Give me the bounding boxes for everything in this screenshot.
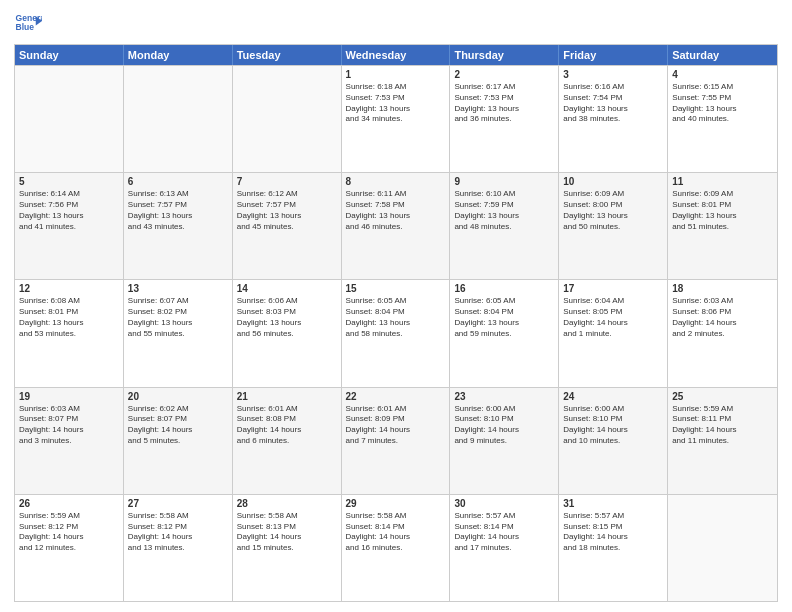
day-number: 14 <box>237 283 337 294</box>
day-number: 26 <box>19 498 119 509</box>
day-cell-29: 29Sunrise: 5:58 AM Sunset: 8:14 PM Dayli… <box>342 495 451 601</box>
empty-cell <box>233 66 342 172</box>
day-cell-12: 12Sunrise: 6:08 AM Sunset: 8:01 PM Dayli… <box>15 280 124 386</box>
calendar-row: 26Sunrise: 5:59 AM Sunset: 8:12 PM Dayli… <box>15 494 777 601</box>
day-info: Sunrise: 5:57 AM Sunset: 8:14 PM Dayligh… <box>454 511 554 554</box>
day-number: 31 <box>563 498 663 509</box>
day-number: 21 <box>237 391 337 402</box>
day-number: 24 <box>563 391 663 402</box>
day-info: Sunrise: 5:59 AM Sunset: 8:12 PM Dayligh… <box>19 511 119 554</box>
header-cell-wednesday: Wednesday <box>342 45 451 65</box>
calendar-body: 1Sunrise: 6:18 AM Sunset: 7:53 PM Daylig… <box>15 65 777 601</box>
day-info: Sunrise: 5:58 AM Sunset: 8:13 PM Dayligh… <box>237 511 337 554</box>
day-number: 5 <box>19 176 119 187</box>
header-cell-saturday: Saturday <box>668 45 777 65</box>
day-number: 30 <box>454 498 554 509</box>
day-number: 27 <box>128 498 228 509</box>
day-info: Sunrise: 6:14 AM Sunset: 7:56 PM Dayligh… <box>19 189 119 232</box>
day-info: Sunrise: 6:18 AM Sunset: 7:53 PM Dayligh… <box>346 82 446 125</box>
day-number: 18 <box>672 283 773 294</box>
day-cell-16: 16Sunrise: 6:05 AM Sunset: 8:04 PM Dayli… <box>450 280 559 386</box>
day-info: Sunrise: 6:10 AM Sunset: 7:59 PM Dayligh… <box>454 189 554 232</box>
day-cell-13: 13Sunrise: 6:07 AM Sunset: 8:02 PM Dayli… <box>124 280 233 386</box>
day-info: Sunrise: 6:05 AM Sunset: 8:04 PM Dayligh… <box>454 296 554 339</box>
day-cell-21: 21Sunrise: 6:01 AM Sunset: 8:08 PM Dayli… <box>233 388 342 494</box>
page-header: General Blue <box>14 10 778 38</box>
day-info: Sunrise: 6:17 AM Sunset: 7:53 PM Dayligh… <box>454 82 554 125</box>
day-cell-3: 3Sunrise: 6:16 AM Sunset: 7:54 PM Daylig… <box>559 66 668 172</box>
calendar-row: 1Sunrise: 6:18 AM Sunset: 7:53 PM Daylig… <box>15 65 777 172</box>
day-info: Sunrise: 6:13 AM Sunset: 7:57 PM Dayligh… <box>128 189 228 232</box>
day-info: Sunrise: 5:59 AM Sunset: 8:11 PM Dayligh… <box>672 404 773 447</box>
calendar-row: 19Sunrise: 6:03 AM Sunset: 8:07 PM Dayli… <box>15 387 777 494</box>
day-cell-27: 27Sunrise: 5:58 AM Sunset: 8:12 PM Dayli… <box>124 495 233 601</box>
day-info: Sunrise: 6:08 AM Sunset: 8:01 PM Dayligh… <box>19 296 119 339</box>
day-number: 28 <box>237 498 337 509</box>
logo-icon: General Blue <box>14 10 42 38</box>
day-cell-6: 6Sunrise: 6:13 AM Sunset: 7:57 PM Daylig… <box>124 173 233 279</box>
calendar-row: 12Sunrise: 6:08 AM Sunset: 8:01 PM Dayli… <box>15 279 777 386</box>
day-cell-14: 14Sunrise: 6:06 AM Sunset: 8:03 PM Dayli… <box>233 280 342 386</box>
day-number: 8 <box>346 176 446 187</box>
day-number: 9 <box>454 176 554 187</box>
empty-cell <box>15 66 124 172</box>
calendar-row: 5Sunrise: 6:14 AM Sunset: 7:56 PM Daylig… <box>15 172 777 279</box>
day-cell-10: 10Sunrise: 6:09 AM Sunset: 8:00 PM Dayli… <box>559 173 668 279</box>
day-info: Sunrise: 5:58 AM Sunset: 8:12 PM Dayligh… <box>128 511 228 554</box>
day-number: 6 <box>128 176 228 187</box>
empty-cell <box>668 495 777 601</box>
day-cell-25: 25Sunrise: 5:59 AM Sunset: 8:11 PM Dayli… <box>668 388 777 494</box>
day-cell-26: 26Sunrise: 5:59 AM Sunset: 8:12 PM Dayli… <box>15 495 124 601</box>
day-info: Sunrise: 5:58 AM Sunset: 8:14 PM Dayligh… <box>346 511 446 554</box>
day-number: 12 <box>19 283 119 294</box>
calendar-container: General Blue SundayMondayTuesdayWednesda… <box>0 0 792 612</box>
header-cell-sunday: Sunday <box>15 45 124 65</box>
day-number: 3 <box>563 69 663 80</box>
day-number: 16 <box>454 283 554 294</box>
day-info: Sunrise: 6:09 AM Sunset: 8:00 PM Dayligh… <box>563 189 663 232</box>
header-cell-friday: Friday <box>559 45 668 65</box>
day-cell-24: 24Sunrise: 6:00 AM Sunset: 8:10 PM Dayli… <box>559 388 668 494</box>
calendar-header: SundayMondayTuesdayWednesdayThursdayFrid… <box>15 45 777 65</box>
day-cell-15: 15Sunrise: 6:05 AM Sunset: 8:04 PM Dayli… <box>342 280 451 386</box>
day-number: 22 <box>346 391 446 402</box>
day-number: 2 <box>454 69 554 80</box>
svg-text:Blue: Blue <box>16 22 35 32</box>
day-info: Sunrise: 6:11 AM Sunset: 7:58 PM Dayligh… <box>346 189 446 232</box>
day-cell-19: 19Sunrise: 6:03 AM Sunset: 8:07 PM Dayli… <box>15 388 124 494</box>
day-cell-1: 1Sunrise: 6:18 AM Sunset: 7:53 PM Daylig… <box>342 66 451 172</box>
day-number: 19 <box>19 391 119 402</box>
header-cell-thursday: Thursday <box>450 45 559 65</box>
day-info: Sunrise: 6:15 AM Sunset: 7:55 PM Dayligh… <box>672 82 773 125</box>
day-cell-7: 7Sunrise: 6:12 AM Sunset: 7:57 PM Daylig… <box>233 173 342 279</box>
day-number: 13 <box>128 283 228 294</box>
day-number: 23 <box>454 391 554 402</box>
day-info: Sunrise: 6:05 AM Sunset: 8:04 PM Dayligh… <box>346 296 446 339</box>
day-number: 20 <box>128 391 228 402</box>
header-cell-tuesday: Tuesday <box>233 45 342 65</box>
day-info: Sunrise: 6:03 AM Sunset: 8:07 PM Dayligh… <box>19 404 119 447</box>
day-number: 4 <box>672 69 773 80</box>
day-info: Sunrise: 6:04 AM Sunset: 8:05 PM Dayligh… <box>563 296 663 339</box>
day-cell-5: 5Sunrise: 6:14 AM Sunset: 7:56 PM Daylig… <box>15 173 124 279</box>
day-info: Sunrise: 6:16 AM Sunset: 7:54 PM Dayligh… <box>563 82 663 125</box>
day-number: 7 <box>237 176 337 187</box>
day-cell-30: 30Sunrise: 5:57 AM Sunset: 8:14 PM Dayli… <box>450 495 559 601</box>
day-info: Sunrise: 6:01 AM Sunset: 8:09 PM Dayligh… <box>346 404 446 447</box>
day-info: Sunrise: 6:00 AM Sunset: 8:10 PM Dayligh… <box>563 404 663 447</box>
day-info: Sunrise: 6:02 AM Sunset: 8:07 PM Dayligh… <box>128 404 228 447</box>
day-cell-31: 31Sunrise: 5:57 AM Sunset: 8:15 PM Dayli… <box>559 495 668 601</box>
day-cell-4: 4Sunrise: 6:15 AM Sunset: 7:55 PM Daylig… <box>668 66 777 172</box>
day-info: Sunrise: 6:12 AM Sunset: 7:57 PM Dayligh… <box>237 189 337 232</box>
day-info: Sunrise: 6:09 AM Sunset: 8:01 PM Dayligh… <box>672 189 773 232</box>
day-number: 15 <box>346 283 446 294</box>
day-info: Sunrise: 6:07 AM Sunset: 8:02 PM Dayligh… <box>128 296 228 339</box>
day-cell-11: 11Sunrise: 6:09 AM Sunset: 8:01 PM Dayli… <box>668 173 777 279</box>
day-cell-28: 28Sunrise: 5:58 AM Sunset: 8:13 PM Dayli… <box>233 495 342 601</box>
empty-cell <box>124 66 233 172</box>
day-cell-23: 23Sunrise: 6:00 AM Sunset: 8:10 PM Dayli… <box>450 388 559 494</box>
calendar: SundayMondayTuesdayWednesdayThursdayFrid… <box>14 44 778 602</box>
day-cell-18: 18Sunrise: 6:03 AM Sunset: 8:06 PM Dayli… <box>668 280 777 386</box>
day-number: 29 <box>346 498 446 509</box>
day-number: 11 <box>672 176 773 187</box>
